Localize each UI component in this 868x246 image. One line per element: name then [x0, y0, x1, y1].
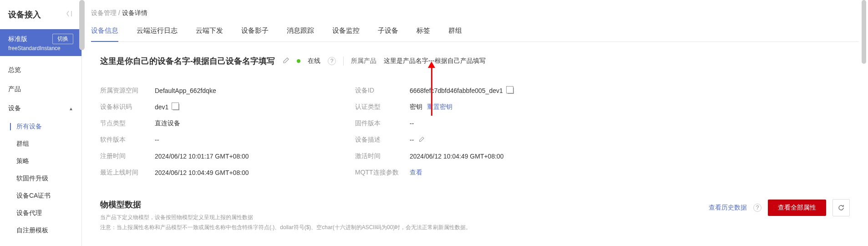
device-name-heading: 这里是你自己的设备名字-根据自己设备名字填写 [100, 56, 275, 67]
model-section: 物模型数据 当产品下定义物模型，设备按照物模型定义呈现上报的属性数据 注意：当上… [100, 199, 850, 232]
history-data-link[interactable]: 查看历史数据 [709, 204, 747, 212]
active-label: 激活时间 [355, 152, 410, 160]
status-dot-icon [297, 59, 300, 63]
desc-label: 设备描述 [355, 136, 410, 144]
edit-desc-icon[interactable] [418, 136, 425, 144]
fw-value: -- [410, 120, 414, 127]
nav-device[interactable]: 设备 ▲ [0, 99, 81, 118]
mqtt-label: MQTT连接参数 [355, 169, 410, 177]
info-grid: 所属资源空间DefaultApp_662fdqke 设备标识码dev1 节点类型… [100, 82, 850, 181]
tab-msg-trace[interactable]: 消息跟踪 [287, 26, 314, 41]
refresh-button[interactable] [832, 199, 850, 216]
code-value: dev1 [155, 103, 168, 111]
tab-monitor[interactable]: 设备监控 [332, 26, 360, 41]
copy-id-icon[interactable] [508, 87, 514, 94]
sidebar-item-groups[interactable]: 群组 [0, 135, 81, 153]
active-value: 2024/06/12 10:04:49 GMT+08:00 [410, 153, 504, 160]
sidebar-header: 设备接入 [0, 0, 81, 29]
desc-value: -- [410, 136, 414, 144]
collapse-icon[interactable] [66, 10, 73, 20]
page-scrollbar[interactable] [862, 0, 866, 246]
view-all-props-button[interactable]: 查看全部属性 [768, 200, 826, 216]
breadcrumb: 设备管理 / 设备详情 [91, 9, 859, 17]
tab-shadow[interactable]: 设备影子 [241, 26, 269, 41]
code-label: 设备标识码 [100, 103, 155, 111]
breadcrumb-current: 设备详情 [122, 9, 147, 16]
tab-sub-device[interactable]: 子设备 [378, 26, 398, 41]
nav-overview[interactable]: 总览 [0, 61, 81, 80]
sw-label: 软件版本 [100, 136, 155, 144]
model-desc2: 注意：当上报属性名称和产品模型不一致或属性名称中包含特殊字符点(.)、dolla… [100, 223, 709, 233]
edit-name-icon[interactable] [282, 57, 289, 66]
info-col-right: 设备ID6668fefc7dbfd46fabbfe005_dev1 认证类型密钥… [355, 82, 583, 181]
sidebar-title: 设备接入 [8, 9, 41, 20]
status-help-icon[interactable]: ? [328, 57, 336, 65]
sidebar: 设备接入 标准版 切换 freeStandardInstance 总览 产品 设… [0, 0, 82, 246]
auth-label: 认证类型 [355, 103, 410, 111]
nav-product[interactable]: 产品 [0, 80, 81, 99]
model-desc1: 当产品下定义物模型，设备按照物模型定义呈现上报的属性数据 [100, 213, 709, 223]
model-title: 物模型数据 [100, 199, 709, 210]
status-text: 在线 [308, 57, 320, 65]
instance-name: 标准版 [8, 35, 27, 43]
tab-groups[interactable]: 群组 [448, 26, 462, 41]
breadcrumb-parent[interactable]: 设备管理 [91, 9, 117, 16]
product-label: 所属产品 [351, 57, 376, 65]
caret-up-icon: ▲ [69, 106, 73, 111]
sidebar-item-policies[interactable]: 策略 [0, 153, 81, 170]
reg-label: 注册时间 [100, 152, 155, 160]
info-col-left: 所属资源空间DefaultApp_662fdqke 设备标识码dev1 节点类型… [100, 82, 328, 181]
copy-code-icon[interactable] [173, 104, 179, 110]
id-value: 6668fefc7dbfd46fabbfe005_dev1 [410, 87, 503, 94]
main-content: 设备管理 / 设备详情 设备信息 云端运行日志 云端下发 设备影子 消息跟踪 设… [82, 0, 868, 232]
switch-instance-button[interactable]: 切换 [52, 34, 73, 44]
sw-value: -- [155, 136, 159, 144]
instance-box: 标准版 切换 freeStandardInstance [0, 29, 81, 56]
device-card: 这里是你自己的设备名字-根据自己设备名字填写 在线 ? 所属产品 这里是产品名字… [91, 56, 859, 232]
space-value: DefaultApp_662fdqke [155, 87, 216, 94]
last-value: 2024/06/12 10:04:49 GMT+08:00 [155, 169, 249, 176]
sidebar-item-ca[interactable]: 设备CA证书 [0, 187, 81, 205]
space-label: 所属资源空间 [100, 87, 155, 95]
sidebar-item-proxy[interactable]: 设备代理 [0, 205, 81, 222]
nav-device-label: 设备 [8, 104, 21, 113]
tab-device-info[interactable]: 设备信息 [91, 26, 118, 41]
sidebar-item-firmware[interactable]: 软固件升级 [0, 170, 81, 187]
product-name: 这里是产品名字---根据自己产品填写 [384, 57, 486, 65]
separator [343, 56, 344, 66]
sidebar-item-all-devices[interactable]: 所有设备 [0, 118, 81, 135]
history-help-icon[interactable]: ? [753, 204, 761, 212]
tabs: 设备信息 云端运行日志 云端下发 设备影子 消息跟踪 设备监控 子设备 标签 群… [91, 26, 859, 42]
last-label: 最近上线时间 [100, 169, 155, 177]
tab-tags[interactable]: 标签 [416, 26, 430, 41]
device-title-row: 这里是你自己的设备名字-根据自己设备名字填写 在线 ? 所属产品 这里是产品名字… [100, 56, 850, 67]
reg-value: 2024/06/12 10:01:17 GMT+08:00 [155, 153, 249, 160]
tab-cloud-send[interactable]: 云端下发 [196, 26, 223, 41]
reset-key-link[interactable]: 重置密钥 [427, 103, 452, 111]
node-value: 直连设备 [155, 119, 180, 128]
id-label: 设备ID [355, 87, 410, 95]
auth-value: 密钥 [410, 103, 422, 111]
instance-sub: freeStandardInstance [8, 45, 73, 51]
sidebar-item-self-register[interactable]: 自注册模板 [0, 222, 81, 239]
node-label: 节点类型 [100, 119, 155, 128]
mqtt-view-link[interactable]: 查看 [410, 169, 422, 177]
fw-label: 固件版本 [355, 119, 410, 128]
tab-cloud-log[interactable]: 云端运行日志 [137, 26, 178, 41]
